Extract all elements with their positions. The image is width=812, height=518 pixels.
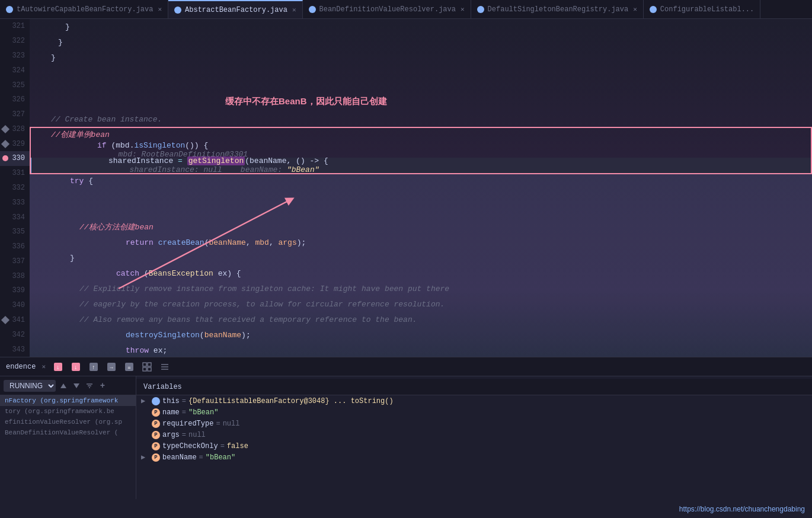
code-line-331: try { [30, 173, 812, 188]
gutter-331: 331 [0, 166, 30, 181]
code-line-330: sharedInstance = getSingleton(beanName, … [30, 158, 812, 173]
up-icon [60, 382, 67, 389]
svg-rect-15 [148, 367, 151, 371]
tab-close-abstract[interactable]: ✕ [292, 6, 296, 14]
line-gutter: 321 322 323 324 325 326 327 328 329 330 … [0, 19, 30, 357]
code-line-335: return createBean(beanName, mbd, args); [30, 235, 812, 250]
tab-label-resolver: BeanDefinitionValueResolver.java [319, 5, 456, 14]
stack-entry-label-1: tory (org.springframework.be [5, 408, 114, 415]
stack-entry-2[interactable]: efinitionValueResolver (org.sp [0, 417, 136, 427]
gutter-330: 330 [0, 151, 30, 166]
gutter-322: 322 [0, 34, 30, 49]
tab-label-abstract: AbstractBeanFactory.java [185, 6, 287, 14]
gutter-333: 333 [0, 195, 30, 210]
gutter-338: 338 [0, 268, 30, 283]
var-row-beanname: ▶ P beanName = "bBean" [136, 452, 812, 463]
tab-icon-abstract [174, 7, 181, 14]
svg-marker-20 [73, 383, 79, 388]
var-icon-beanname: P [152, 453, 160, 462]
debug-run-cursor-btn[interactable]: → [105, 360, 118, 373]
debug-grid-btn[interactable] [140, 360, 154, 373]
stack-entry-label-2: efinitionValueResolver (org.sp [5, 418, 122, 426]
gutter-324: 324 [0, 63, 30, 78]
debug-list-btn[interactable] [158, 360, 171, 373]
gutter-334: 334 [0, 210, 30, 225]
code-line-338: // Explicitly remove instance from singl… [30, 281, 812, 296]
var-icon-name: P [152, 408, 160, 417]
stack-entry-label-3: BeanDefinitionValueResolver ( [5, 429, 118, 436]
gutter-341: 341 [0, 313, 30, 328]
debug-step-down-btn[interactable]: ↓ [52, 360, 65, 373]
debug-icons: ↓ ↓ ↑ → [52, 360, 171, 373]
running-select[interactable]: RUNNING [4, 380, 56, 392]
breakpoint-328 [1, 125, 9, 133]
vars-content: Variables ▶ this = {DefaultListableBeanF… [136, 376, 812, 499]
stack-entry-1[interactable]: tory (org.springframework.be [0, 406, 136, 417]
debug-tab-label: endence [6, 363, 36, 371]
tab-configurable[interactable]: ConfigurableListabl... [644, 0, 760, 18]
breakpoint-330 [2, 155, 8, 161]
var-eq-typecheckonly: = [220, 442, 225, 450]
tab-close-resolver[interactable]: ✕ [461, 5, 465, 13]
svg-text:↑: ↑ [92, 364, 95, 371]
var-name-typecheckonly: typeCheckOnly [162, 442, 218, 450]
var-expand-this[interactable]: ▶ [141, 397, 149, 405]
debug-evaluate-btn[interactable]: = [123, 360, 136, 373]
var-row-this: ▶ this = {DefaultListableBeanFactory@304… [136, 395, 812, 407]
call-stack-toolbar: RUNNING [0, 376, 136, 395]
var-eq-args: = [182, 431, 186, 439]
watermark: https://blog.csdn.net/chuanchengdabing [679, 505, 805, 513]
tab-resolver[interactable]: BeanDefinitionValueResolver.java ✕ [303, 0, 471, 18]
var-eq-beanname: = [199, 453, 203, 462]
step-down-icon: ↓ [53, 362, 63, 372]
var-expand-name: ▶ [141, 408, 149, 417]
tab-close-autowire[interactable]: ✕ [158, 5, 162, 13]
var-val-beanname: "bBean" [206, 453, 235, 462]
code-line-324 [30, 65, 812, 81]
stack-filter-btn[interactable] [84, 380, 95, 391]
var-expand-requiredtype: ▶ [141, 419, 149, 428]
svg-rect-12 [143, 363, 146, 366]
debug-tab-close[interactable]: ✕ [41, 363, 46, 370]
var-row-requiredtype: ▶ P requiredType = null [136, 418, 812, 429]
tab-default-singleton[interactable]: DefaultSingletonBeanRegistry.java ✕ [471, 0, 644, 18]
var-val-this: {DefaultListableBeanFactory@3048} ... to… [188, 397, 394, 405]
code-line-325 [30, 81, 812, 96]
code-line-332 [30, 188, 812, 204]
evaluate-icon: = [124, 362, 134, 372]
stack-down-btn[interactable] [71, 380, 82, 391]
var-eq-name: = [182, 408, 186, 417]
stack-add-btn[interactable]: + [97, 380, 108, 391]
step-out-icon: ↑ [89, 362, 98, 372]
var-expand-args: ▶ [141, 430, 149, 439]
stack-entry-0[interactable]: nFactory (org.springframework [0, 395, 136, 406]
var-expand-beanname[interactable]: ▶ [141, 453, 149, 462]
run-cursor-icon: → [107, 362, 116, 372]
code-line-339: // eagerly by the creation process, to a… [30, 296, 812, 312]
debug-step-over-btn[interactable]: ↓ [69, 360, 82, 373]
variables-body: RUNNING [0, 376, 812, 499]
stack-up-btn[interactable] [58, 380, 69, 391]
tab-label-autowire: tAutowireCapableBeanFactory.java [17, 5, 153, 14]
add-icon: + [100, 381, 105, 391]
variables-header: Variables [136, 379, 812, 395]
tab-close-default-singleton[interactable]: ✕ [633, 5, 637, 13]
filter-icon [86, 382, 93, 389]
stack-entry-3[interactable]: BeanDefinitionValueResolver ( [0, 427, 136, 438]
gutter-323: 323 [0, 49, 30, 63]
tab-autowire[interactable]: tAutowireCapableBeanFactory.java ✕ [0, 0, 168, 18]
list-icon [160, 362, 170, 372]
var-name-name: name [162, 408, 180, 417]
svg-text:↓: ↓ [56, 364, 60, 371]
var-icon-this [152, 397, 160, 405]
var-name-requiredtype: requiredType [162, 420, 213, 428]
breakpoint-329 [1, 140, 9, 148]
var-eq-requiredtype: = [216, 420, 220, 428]
breakpoint-341 [1, 316, 9, 324]
code-line-321: } [30, 19, 812, 34]
debug-step-out-btn[interactable]: ↑ [87, 360, 100, 373]
gutter-339: 339 [0, 283, 30, 298]
var-icon-args: P [152, 431, 160, 439]
gutter-340: 340 [0, 298, 30, 313]
tab-abstract[interactable]: AbstractBeanFactory.java ✕ [168, 0, 302, 18]
